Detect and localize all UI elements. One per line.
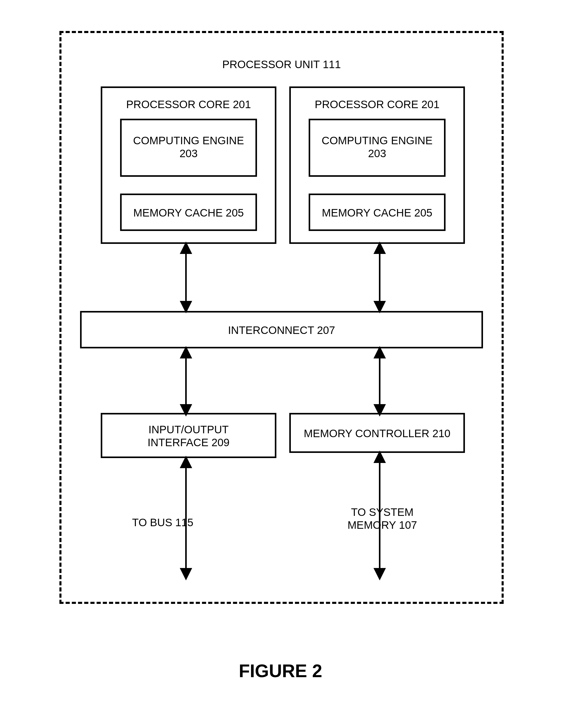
diagram-page: PROCESSOR UNIT 111 PROCESSOR CORE 201 CO… (0, 0, 561, 728)
figure-caption: FIGURE 2 (0, 661, 561, 681)
connectors (0, 0, 561, 728)
